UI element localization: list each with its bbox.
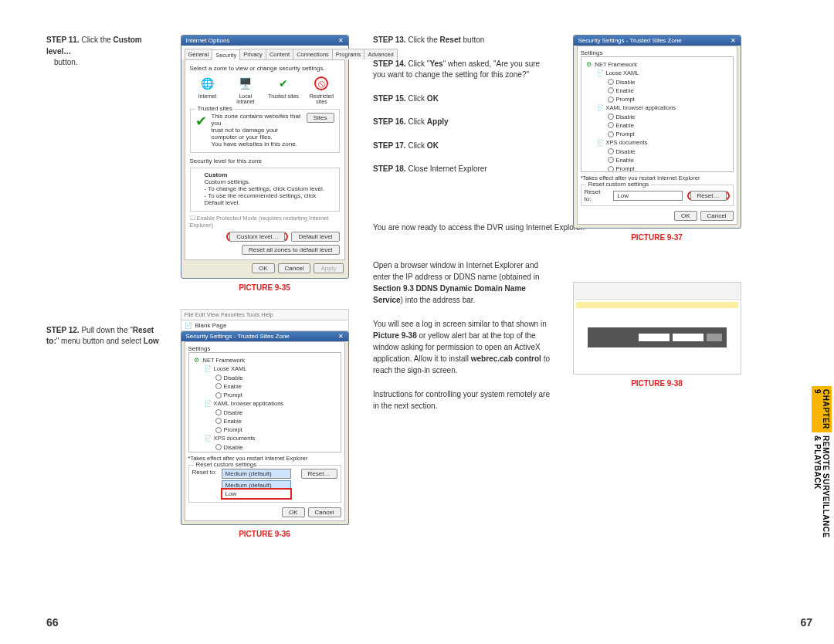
zone-restricted-sites[interactable]: ⦸Restricted sites [305,75,337,104]
custom-settings-group: Custom Custom settings. - To change the … [190,168,340,212]
dialog-title: Internet Options [186,37,230,44]
figure-9-38: PICTURE 9-38 [570,282,744,388]
zone-prompt: Select a zone to view or change security… [190,65,340,72]
login-password-field[interactable] [673,334,703,341]
zone-local-intranet[interactable]: 🖥️Local intranet [229,75,262,104]
cancel-button[interactable]: Cancel [278,263,311,273]
cancel-button[interactable]: Cancel [308,507,341,517]
apply-button[interactable]: Apply [314,263,343,273]
caption-9-36: PICTURE 9-36 [239,530,290,538]
custom-level-button[interactable]: Custom level… [229,232,285,242]
xaml-icon: 📄 [205,364,212,373]
reset-to-dropdown[interactable]: Medium (default) [222,469,291,479]
cancel-button[interactable]: Cancel [700,211,734,221]
ok-button[interactable]: OK [252,263,275,273]
zone-trusted-sites[interactable]: ✔Trusted sites [267,75,300,104]
browser-menubar: File Edit View Favorites Tools Help [181,309,349,320]
tab-programs[interactable]: Programs [332,49,365,59]
figure-9-37: Security Settings - Trusted Sites Zone ✕… [570,35,744,242]
page-number-left: 66 [46,616,59,629]
login-username-field[interactable] [639,334,670,341]
figures-left: Internet Options ✕ General Security Priv… [178,35,351,591]
highlight-reset: Reset… [687,191,730,201]
close-icon[interactable]: ✕ [731,37,736,44]
step-13: STEP 13. Click the Reset button [373,35,551,46]
folder-icon: ⚙ [194,356,199,364]
security-level-label: Security level for this zone [190,158,340,164]
option-low[interactable]: Low [222,490,290,498]
paragraph-instructions-next: Instructions for controlling your system… [373,388,551,412]
ok-button[interactable]: OK [282,507,305,517]
browser-toolbar [574,283,741,300]
settings-label: Settings [188,345,341,352]
chapter-tab: CHAPTER 9 REMOTE SURVEILLANCE & PLAYBACK [814,386,829,548]
dialog-titlebar: Internet Options ✕ [181,36,348,46]
settings-tree[interactable]: ⚙.NET Framework 📄Loose XAML Disable Enab… [581,56,734,172]
dialog-title: Security Settings - Trusted Sites Zone [186,333,290,340]
instructions-left: STEP 11. Click the Custom level… button.… [46,35,162,591]
tab-privacy[interactable]: Privacy [239,49,266,59]
caption-9-38: PICTURE 9-38 [631,379,683,388]
step-18: STEP 18. Close Internet Explorer [373,164,551,175]
tab-connections[interactable]: Connections [293,49,333,59]
restricted-icon: ⦸ [313,75,330,92]
login-button[interactable] [707,334,722,341]
paragraph-login-screen: You will see a log in screen similar to … [373,318,551,376]
reset-button[interactable]: Reset… [301,469,337,479]
page-numbers: 66 67 [46,616,812,629]
step-12: STEP 12. Pull down the "Reset to:" menu … [46,325,162,347]
reset-to-label: Reset to: [585,188,609,202]
figure-9-35: Internet Options ✕ General Security Priv… [178,35,351,292]
settings-label: Settings [581,49,734,56]
page-number-right: 67 [800,616,812,629]
zone-list: 🌐Internet 🖥️Local intranet ✔Trusted site… [192,75,338,104]
instructions-right: STEP 13. Click the Reset button STEP 14.… [373,35,551,591]
page-content: STEP 11. Click the Custom level… button.… [46,35,811,591]
close-icon[interactable]: ✕ [338,37,344,44]
login-bar [588,327,727,347]
activex-alert-bar[interactable] [576,302,738,308]
step-14: STEP 14. Click "Yes" when asked, "Are yo… [373,59,551,81]
paragraph-open-browser: Open a browser window in Internet Explor… [373,259,551,306]
xps-icon: 📄 [205,434,212,442]
globe-icon: 🌐 [199,75,216,92]
tab-security[interactable]: Security [212,49,240,60]
figures-right: Security Settings - Trusted Sites Zone ✕… [570,35,744,591]
caption-9-35: PICTURE 9-35 [239,283,290,292]
browser-window [573,282,741,375]
step-17: STEP 17. Click OK [373,141,551,152]
security-settings-dialog-37: Security Settings - Trusted Sites Zone ✕… [573,35,741,229]
dialog-title: Security Settings - Trusted Sites Zone [578,37,682,44]
step-16: STEP 16. Click Apply [373,117,551,128]
tab-content[interactable]: Content [266,49,293,59]
protected-mode-checkbox[interactable]: ☐ Enable Protected Mode (requires restar… [190,215,340,229]
highlight-custom-level: Custom level… [226,232,288,242]
settings-tree[interactable]: ⚙.NET Framework 📄Loose XAML Disable Enab… [188,352,341,452]
trusted-sites-group: Trusted sites ✔ This zone contains websi… [190,109,340,153]
close-icon[interactable]: ✕ [338,333,344,340]
caption-9-37: PICTURE 9-37 [631,233,683,242]
default-level-button[interactable]: Default level [291,232,339,242]
check-icon: ✔ [275,75,292,92]
tab-general[interactable]: General [185,49,213,59]
reset-to-dropdown[interactable]: Low [613,191,682,201]
zone-internet[interactable]: 🌐Internet [192,75,224,104]
reset-to-label: Reset to: [192,469,217,476]
figure-9-36: File Edit View Favorites Tools Help 📄Bla… [178,309,351,538]
reset-to-dropdown-list[interactable]: Medium (default) Low [222,480,291,499]
xaml-browser-icon: 📄 [205,399,212,408]
security-settings-dialog-36: Security Settings - Trusted Sites Zone ✕… [181,331,349,525]
reset-all-zones-button[interactable]: Reset all zones to default level [242,245,340,255]
dialog-tabs: General Security Privacy Content Connect… [181,46,348,59]
page-icon: 📄 [185,322,192,329]
step-11: STEP 11. Click the Custom level… button. [46,35,162,69]
internet-options-dialog: Internet Options ✕ General Security Priv… [181,35,349,279]
step-15: STEP 15. Click OK [373,93,551,105]
sites-button[interactable]: Sites [307,113,334,123]
reset-button[interactable]: Reset… [690,191,727,201]
browser-tab: 📄Blank Page [181,320,349,331]
reset-custom-group: Reset custom settings Reset to: Medium (… [188,465,341,503]
ok-button[interactable]: OK [674,211,697,221]
intranet-icon: 🖥️ [237,75,254,92]
checkmark-icon: ✔ [195,113,207,130]
